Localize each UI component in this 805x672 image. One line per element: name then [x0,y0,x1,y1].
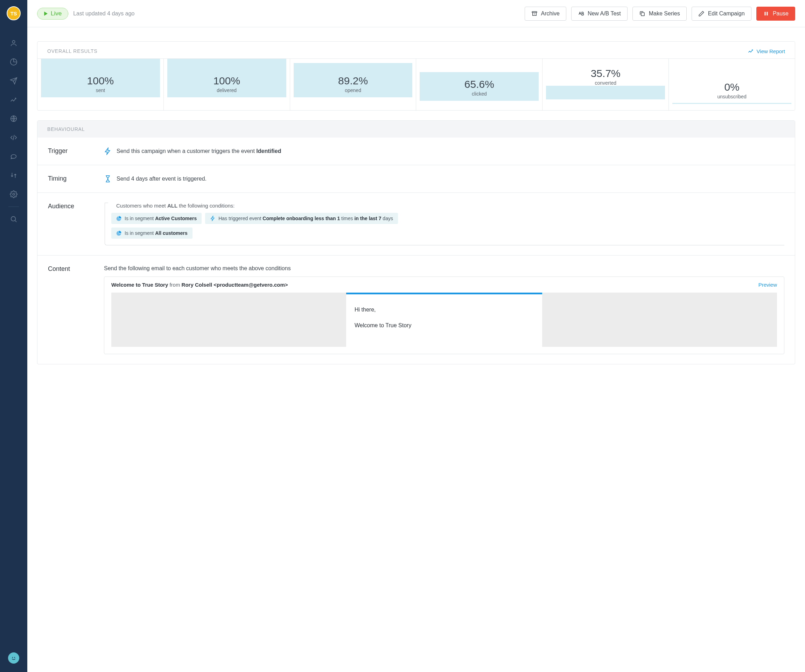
email-body: Hi there, Welcome to True Story [346,292,542,347]
behavioural-title: BEHAVIOURAL [38,121,795,138]
audience-label: Audience [48,203,104,245]
avatar[interactable]: TS [7,6,21,20]
view-report-link[interactable]: View Report [748,48,785,54]
nav-search-icon[interactable] [0,210,27,228]
metric-clicked: 65.6% clicked [416,59,542,110]
metric-value: 35.7% [591,67,621,79]
svg-point-3 [11,217,16,221]
metrics-row: 100% sent 100% delivered 89.2% opened 65… [38,58,795,110]
svg-rect-6 [532,12,537,13]
pie-icon [116,230,122,236]
trigger-text: Send this campaign when a customer trigg… [117,148,281,154]
svg-point-4 [12,657,13,658]
pie-icon [116,215,122,221]
svg-point-0 [12,41,15,43]
metric-value: 100% [87,75,114,87]
metric-label: sent [96,87,105,93]
metric-label: opened [345,87,361,93]
lightning-icon [210,215,215,221]
behavioural-panel: BEHAVIOURAL Trigger Send this campaign w… [37,120,795,364]
email-subject-line: Welcome to True Story from Rory Colsell … [111,282,288,288]
nav-campaigns-icon[interactable] [0,71,27,90]
metric-value: 100% [213,75,240,87]
nav-divider [8,207,19,207]
condition-segment-active: Is in segment Active Customers [111,213,202,224]
content-row: Content Send the following email to each… [38,256,795,364]
overall-results-panel: OVERALL RESULTS View Report 100% sent 10… [37,41,795,111]
metric-label: delivered [217,87,237,93]
report-icon [748,48,754,54]
metric-value: 89.2% [338,75,368,87]
metric-converted: 35.7% converted [542,59,669,110]
timing-row: Timing Send 4 days after event is trigge… [38,165,795,193]
nav-profile-icon[interactable] [0,34,27,53]
condition-segment-all: Is in segment All customers [111,227,192,239]
pause-button[interactable]: Pause [756,7,795,21]
audience-intro: Customers who meet ALL the following con… [116,203,784,209]
metric-value: 0% [724,81,739,93]
condition-event-onboarding: Has triggered event Complete onboarding … [205,213,398,224]
pencil-icon [698,10,705,17]
status-badge: Live [37,8,68,20]
metric-unsubscribed: 0% unsubscribed [669,59,795,110]
nav-sort-icon[interactable] [0,166,27,185]
avatar-initials: TS [10,10,17,16]
timing-text: Send 4 days after event is triggered. [117,176,207,182]
svg-rect-9 [767,12,767,15]
hourglass-icon [104,175,112,183]
make-series-button[interactable]: Make Series [632,7,687,21]
trigger-row: Trigger Send this campaign when a custom… [38,138,795,165]
abtest-icon [578,10,584,17]
svg-point-2 [13,193,15,195]
nav-segments-icon[interactable] [0,53,27,71]
series-icon [639,10,646,17]
content-intro: Send the following email to each custome… [104,265,784,272]
timing-label: Timing [48,175,104,183]
audience-row: Audience Customers who meet ALL the foll… [38,193,795,256]
nav-settings-icon[interactable] [0,185,27,204]
nav-chat-icon[interactable] [0,147,27,166]
metric-label: clicked [472,91,487,97]
metric-opened: 89.2% opened [290,59,417,110]
nav-code-icon[interactable] [0,128,27,147]
preview-link[interactable]: Preview [759,282,777,288]
results-title: OVERALL RESULTS [47,48,98,54]
archive-button[interactable]: Archive [525,7,566,21]
play-icon [44,12,48,16]
edit-campaign-button[interactable]: Edit Campaign [692,7,751,21]
svg-point-5 [14,657,15,658]
last-updated: Last updated 4 days ago [73,10,135,17]
metric-sent: 100% sent [38,59,164,110]
nav-reports-icon[interactable] [0,90,27,109]
email-greeting: Hi there, [355,305,534,314]
metric-delivered: 100% delivered [164,59,290,110]
svg-rect-8 [764,12,766,15]
nav-globe-icon[interactable] [0,109,27,128]
metric-label: unsubscribed [717,94,746,99]
metric-label: converted [595,80,616,86]
email-line-1: Welcome to True Story [355,320,534,330]
status-text: Live [51,10,62,17]
feedback-smiley-icon[interactable] [8,652,19,664]
archive-icon [531,10,537,17]
metric-value: 65.6% [465,79,494,90]
svg-rect-7 [641,13,644,16]
trigger-label: Trigger [48,147,104,155]
lightning-icon [104,147,112,155]
pause-icon [763,10,769,17]
new-ab-test-button[interactable]: New A/B Test [571,7,628,21]
email-card: Welcome to True Story from Rory Colsell … [104,276,784,354]
topbar: Live Last updated 4 days ago Archive New… [27,0,805,27]
content-label: Content [48,265,104,354]
left-sidebar: TS [0,0,27,672]
